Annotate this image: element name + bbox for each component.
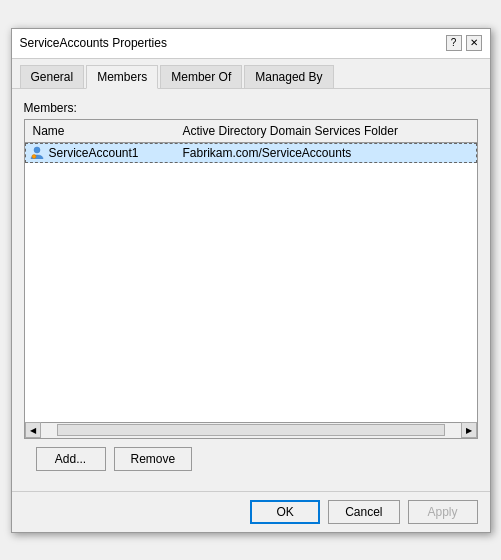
svg-point-1: [32, 154, 36, 158]
col-name-header: Name: [29, 122, 179, 140]
close-button[interactable]: ✕: [466, 35, 482, 51]
tab-general[interactable]: General: [20, 65, 85, 88]
tabs-bar: General Members Member Of Managed By: [12, 59, 490, 89]
members-table-container: Name Active Directory Domain Services Fo…: [24, 119, 478, 439]
members-label: Members:: [24, 101, 478, 115]
horizontal-scrollbar[interactable]: [57, 424, 445, 436]
svg-point-0: [34, 147, 40, 153]
window-title: ServiceAccounts Properties: [20, 36, 167, 50]
tab-member-of[interactable]: Member Of: [160, 65, 242, 88]
table-header: Name Active Directory Domain Services Fo…: [25, 120, 477, 143]
dialog-body: Members: Name Active Directory Domain Se…: [12, 89, 490, 491]
dialog-footer: OK Cancel Apply: [12, 491, 490, 532]
table-body[interactable]: ServiceAccount1 Fabrikam.com/ServiceAcco…: [25, 143, 477, 422]
scroll-left-arrow[interactable]: ◀: [25, 422, 41, 438]
tab-managed-by[interactable]: Managed By: [244, 65, 333, 88]
apply-button[interactable]: Apply: [408, 500, 478, 524]
user-icon: [29, 145, 45, 161]
remove-button[interactable]: Remove: [114, 447, 193, 471]
ok-button[interactable]: OK: [250, 500, 320, 524]
scrollbar-area: ◀ ▶: [25, 422, 477, 438]
title-bar-controls: ? ✕: [446, 35, 482, 51]
bottom-buttons-row: Add... Remove: [24, 439, 478, 479]
row-folder: Fabrikam.com/ServiceAccounts: [183, 146, 473, 160]
title-bar: ServiceAccounts Properties ? ✕: [12, 29, 490, 59]
cancel-button[interactable]: Cancel: [328, 500, 399, 524]
add-button[interactable]: Add...: [36, 447, 106, 471]
dialog-window: ServiceAccounts Properties ? ✕ General M…: [11, 28, 491, 533]
table-row[interactable]: ServiceAccount1 Fabrikam.com/ServiceAcco…: [25, 143, 477, 163]
help-button[interactable]: ?: [446, 35, 462, 51]
col-folder-header: Active Directory Domain Services Folder: [179, 122, 473, 140]
tab-members[interactable]: Members: [86, 65, 158, 89]
row-name: ServiceAccount1: [49, 146, 183, 160]
scroll-right-arrow[interactable]: ▶: [461, 422, 477, 438]
